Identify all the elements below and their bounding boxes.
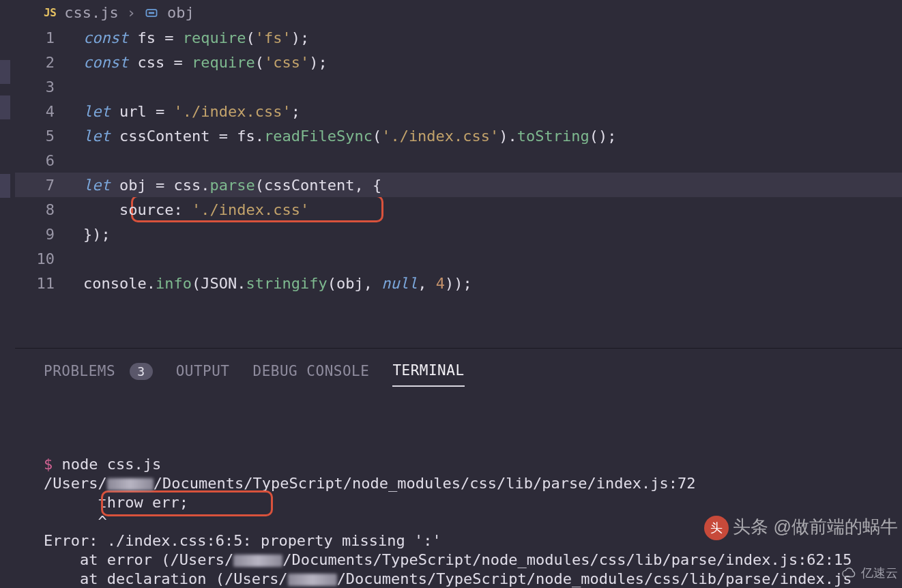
code-line[interactable]: 6 bbox=[15, 148, 902, 173]
symbol-variable-icon bbox=[144, 5, 159, 20]
line-number: 3 bbox=[15, 78, 83, 95]
bottom-panel: PROBLEMS 3 OUTPUT DEBUG CONSOLE TERMINAL… bbox=[15, 348, 902, 584]
code-content[interactable]: console.info(JSON.stringify(obj, null, 4… bbox=[83, 275, 472, 292]
gutter-mark bbox=[0, 95, 10, 119]
code-line[interactable]: 9}); bbox=[15, 222, 902, 246]
terminal-output[interactable]: $ node css.js/Users//Documents/TypeScrip… bbox=[15, 387, 902, 588]
code-line[interactable]: 1const fs = require('fs'); bbox=[15, 25, 902, 50]
breadcrumb-symbol[interactable]: obj bbox=[167, 4, 194, 21]
line-number: 7 bbox=[15, 177, 83, 194]
problems-badge: 3 bbox=[130, 363, 152, 380]
gutter-mark bbox=[0, 60, 10, 84]
code-content[interactable]: const css = require('css'); bbox=[83, 54, 328, 71]
tab-output[interactable]: OUTPUT bbox=[176, 363, 230, 386]
avatar-icon: 头 bbox=[704, 516, 729, 540]
line-number: 8 bbox=[15, 201, 83, 218]
line-number: 9 bbox=[15, 226, 83, 243]
chevron-right-icon: › bbox=[127, 4, 136, 21]
code-line[interactable]: 8 source: './index.css' bbox=[15, 197, 902, 222]
tab-debug-console[interactable]: DEBUG CONSOLE bbox=[253, 363, 370, 386]
code-content[interactable]: source: './index.css' bbox=[83, 201, 309, 218]
breadcrumb-file[interactable]: css.js bbox=[64, 4, 118, 21]
code-line[interactable]: 11console.info(JSON.stringify(obj, null,… bbox=[15, 271, 902, 295]
minimap-gutter bbox=[0, 0, 15, 348]
line-number: 10 bbox=[15, 250, 83, 267]
tab-problems[interactable]: PROBLEMS 3 bbox=[44, 363, 153, 386]
breadcrumb[interactable]: JS css.js › obj bbox=[15, 0, 902, 25]
code-content[interactable]: let url = './index.css'; bbox=[83, 103, 300, 120]
line-number: 6 bbox=[15, 152, 83, 169]
code-area[interactable]: 1const fs = require('fs');2const css = r… bbox=[15, 25, 902, 295]
js-file-icon: JS bbox=[44, 6, 56, 19]
line-number: 2 bbox=[15, 54, 83, 71]
svg-rect-1 bbox=[149, 12, 154, 14]
code-line[interactable]: 3 bbox=[15, 74, 902, 99]
code-line[interactable]: 7let obj = css.parse(cssContent, { bbox=[15, 173, 902, 197]
line-number: 4 bbox=[15, 103, 83, 120]
tab-terminal[interactable]: TERMINAL bbox=[392, 362, 464, 387]
gutter-mark bbox=[0, 174, 10, 198]
panel-tabs: PROBLEMS 3 OUTPUT DEBUG CONSOLE TERMINAL bbox=[15, 362, 902, 387]
code-content[interactable]: }); bbox=[83, 226, 111, 243]
line-number: 11 bbox=[15, 275, 83, 292]
editor[interactable]: JS css.js › obj 1const fs = require('fs'… bbox=[15, 0, 902, 348]
code-content[interactable]: const fs = require('fs'); bbox=[83, 29, 309, 46]
site-watermark: 亿速云 bbox=[842, 565, 898, 581]
code-content[interactable]: let obj = css.parse(cssContent, { bbox=[83, 177, 381, 194]
code-line[interactable]: 4let url = './index.css'; bbox=[15, 99, 902, 123]
cloud-icon bbox=[842, 565, 857, 580]
code-line[interactable]: 10 bbox=[15, 246, 902, 271]
code-line[interactable]: 2const css = require('css'); bbox=[15, 50, 902, 74]
watermark: 头头条 @做前端的蜗牛 bbox=[704, 515, 898, 540]
line-number: 5 bbox=[15, 128, 83, 145]
code-content[interactable]: let cssContent = fs.readFileSync('./inde… bbox=[83, 128, 617, 145]
code-line[interactable]: 5let cssContent = fs.readFileSync('./ind… bbox=[15, 123, 902, 148]
line-number: 1 bbox=[15, 29, 83, 46]
